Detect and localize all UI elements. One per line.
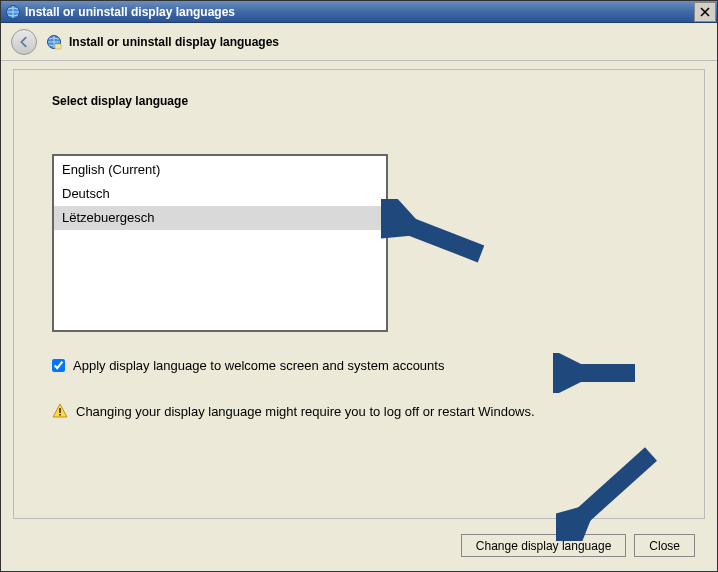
- svg-rect-2: [55, 44, 61, 49]
- apply-to-system-row: Apply display language to welcome screen…: [52, 358, 666, 373]
- button-row: Change display language Close: [461, 534, 695, 557]
- close-button[interactable]: [694, 2, 716, 22]
- window: Install or uninstall display languages I…: [0, 0, 718, 572]
- change-language-button[interactable]: Change display language: [461, 534, 626, 557]
- list-item[interactable]: English (Current): [54, 158, 386, 182]
- svg-rect-4: [59, 414, 61, 416]
- wizard-title: Install or uninstall display languages: [69, 35, 279, 49]
- close-icon: [700, 7, 710, 17]
- globe-icon: [45, 33, 63, 51]
- list-item[interactable]: Deutsch: [54, 182, 386, 206]
- section-title: Select display language: [52, 94, 666, 108]
- language-listbox[interactable]: English (Current) Deutsch Lëtzebuergesch: [52, 154, 388, 332]
- warning-text: Changing your display language might req…: [76, 404, 535, 419]
- close-button-bottom[interactable]: Close: [634, 534, 695, 557]
- titlebar-text: Install or uninstall display languages: [25, 5, 694, 19]
- warning-row: Changing your display language might req…: [52, 403, 666, 419]
- svg-rect-3: [59, 408, 61, 413]
- wizard-header: Install or uninstall display languages: [1, 23, 717, 61]
- back-arrow-icon: [17, 35, 31, 49]
- globe-icon: [5, 4, 21, 20]
- list-item[interactable]: Lëtzebuergesch: [54, 206, 386, 230]
- apply-to-system-label: Apply display language to welcome screen…: [73, 358, 444, 373]
- warning-icon: [52, 403, 68, 419]
- back-button[interactable]: [11, 29, 37, 55]
- content-panel: Select display language English (Current…: [13, 69, 705, 519]
- titlebar: Install or uninstall display languages: [1, 1, 717, 23]
- apply-to-system-checkbox[interactable]: [52, 359, 65, 372]
